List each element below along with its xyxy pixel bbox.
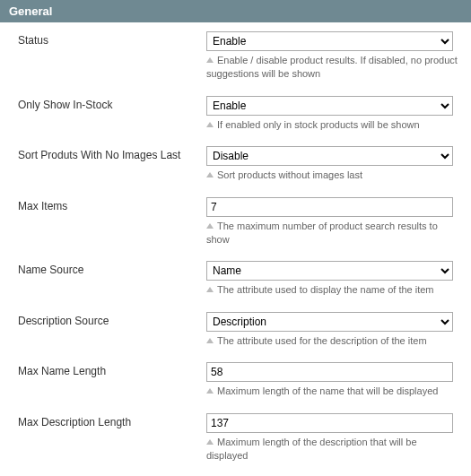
status-hint: Enable / disable product results. If dis… xyxy=(206,54,458,82)
field-name-source: Name Source Name The attribute used to d… xyxy=(18,261,464,297)
hint-arrow-icon xyxy=(206,57,214,63)
max-name-length-input[interactable] xyxy=(206,362,453,382)
description-source-label: Description Source xyxy=(18,312,206,348)
max-items-label: Max Items xyxy=(18,197,206,247)
panel-title: General xyxy=(9,4,52,18)
sort-no-images-hint: Sort products without images last xyxy=(206,169,458,182)
max-description-length-label: Max Description Length xyxy=(18,413,206,463)
hint-arrow-icon xyxy=(206,223,214,229)
description-source-hint-text: The attribute used for the description o… xyxy=(217,335,427,346)
hint-arrow-icon xyxy=(206,172,214,177)
status-hint-text: Enable / disable product results. If dis… xyxy=(206,55,458,79)
field-only-in-stock: Only Show In-Stock Enable If enabled onl… xyxy=(18,96,464,132)
name-source-hint-text: The attribute used to display the name o… xyxy=(217,284,434,295)
only-in-stock-hint: If enabled only in stock products will b… xyxy=(206,118,458,132)
max-items-input[interactable] xyxy=(206,197,453,217)
panel-header: General xyxy=(0,0,471,22)
description-source-hint: The attribute used for the description o… xyxy=(206,334,458,348)
status-select[interactable]: Enable xyxy=(206,31,453,51)
status-control: Enable Enable / disable product results.… xyxy=(206,31,464,82)
max-name-length-hint-text: Maximum length of the name that will be … xyxy=(217,385,438,396)
max-name-length-control: Maximum length of the name that will be … xyxy=(206,362,464,398)
max-name-length-label: Max Name Length xyxy=(18,362,206,398)
only-in-stock-hint-text: If enabled only in stock products will b… xyxy=(217,119,420,130)
only-in-stock-label: Only Show In-Stock xyxy=(18,96,206,132)
only-in-stock-control: Enable If enabled only in stock products… xyxy=(206,96,464,132)
hint-arrow-icon xyxy=(206,439,214,445)
name-source-hint: The attribute used to display the name o… xyxy=(206,283,458,297)
max-description-length-hint-text: Maximum length of the description that w… xyxy=(206,437,417,461)
hint-arrow-icon xyxy=(206,388,214,394)
field-status: Status Enable Enable / disable product r… xyxy=(18,31,464,82)
max-items-hint: The maximum number of product search res… xyxy=(206,220,458,247)
hint-arrow-icon xyxy=(206,338,214,343)
field-max-name-length: Max Name Length Maximum length of the na… xyxy=(18,362,464,398)
hint-arrow-icon xyxy=(206,122,214,127)
max-name-length-hint: Maximum length of the name that will be … xyxy=(206,385,458,398)
sort-no-images-select[interactable]: Disable xyxy=(206,146,453,166)
description-source-select[interactable]: Description xyxy=(206,312,453,332)
panel-body: Status Enable Enable / disable product r… xyxy=(0,22,471,476)
description-source-control: Description The attribute used for the d… xyxy=(206,312,464,348)
field-max-items: Max Items The maximum number of product … xyxy=(18,197,464,247)
name-source-select[interactable]: Name xyxy=(206,261,453,281)
max-items-hint-text: The maximum number of product search res… xyxy=(206,221,438,245)
name-source-control: Name The attribute used to display the n… xyxy=(206,261,464,297)
max-description-length-input[interactable] xyxy=(206,413,453,433)
max-description-length-hint: Maximum length of the description that w… xyxy=(206,436,458,463)
sort-no-images-control: Disable Sort products without images las… xyxy=(206,146,464,182)
field-sort-no-images: Sort Produts With No Images Last Disable… xyxy=(18,146,464,182)
name-source-label: Name Source xyxy=(18,261,206,297)
max-items-control: The maximum number of product search res… xyxy=(206,197,464,247)
only-in-stock-select[interactable]: Enable xyxy=(206,96,453,116)
field-description-source: Description Source Description The attri… xyxy=(18,312,464,348)
sort-no-images-hint-text: Sort products without images last xyxy=(217,169,362,180)
field-max-description-length: Max Description Length Maximum length of… xyxy=(18,413,464,463)
sort-no-images-label: Sort Produts With No Images Last xyxy=(18,146,206,182)
status-label: Status xyxy=(18,31,206,82)
max-description-length-control: Maximum length of the description that w… xyxy=(206,413,464,463)
hint-arrow-icon xyxy=(206,287,214,292)
